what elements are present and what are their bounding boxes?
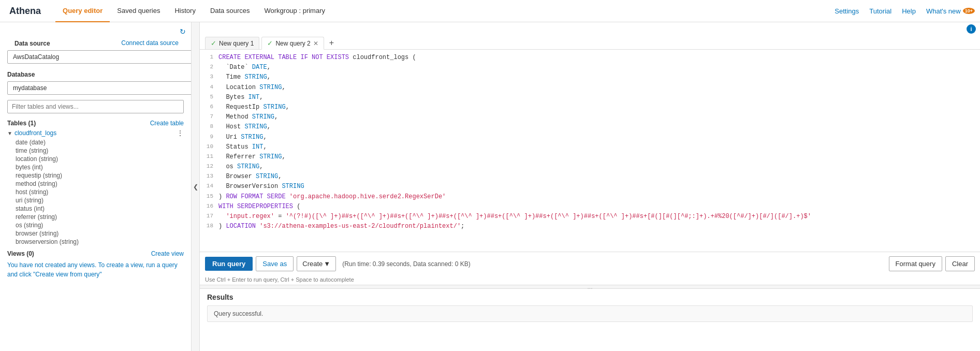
filter-tables-input[interactable] bbox=[7, 100, 184, 113]
code-line: 9 Uri STRING, bbox=[200, 133, 980, 142]
right-panel: i ✓ New query 1 ✓ New query 2 ✕ + 1 CREA… bbox=[200, 22, 980, 351]
connect-data-source-link[interactable]: Connect data source bbox=[121, 39, 184, 47]
editor-section: 1 CREATE EXTERNAL TABLE IF NOT EXISTS cl… bbox=[200, 50, 980, 285]
datasource-row: Data source Connect data source bbox=[0, 38, 191, 48]
code-line: 7 Method STRING, bbox=[200, 112, 980, 122]
whats-new-label: What's new bbox=[926, 7, 961, 15]
sidebar: ↻ Data source Connect data source AwsDat… bbox=[0, 22, 192, 351]
create-chevron-icon: ▼ bbox=[324, 260, 330, 268]
query-tab-2-label: New query 2 bbox=[275, 40, 310, 47]
database-select[interactable]: mydatabase bbox=[7, 81, 192, 95]
code-line: 3 Time STRING, bbox=[200, 72, 980, 82]
table-options-icon[interactable]: ⋮ bbox=[177, 129, 184, 137]
format-query-button[interactable]: Format query bbox=[889, 256, 942, 271]
field-list: date (date) time (string) location (stri… bbox=[0, 138, 191, 246]
save-as-button[interactable]: Save as bbox=[256, 256, 294, 271]
create-button[interactable]: Create ▼ bbox=[297, 256, 336, 271]
query-tab-1-label: New query 1 bbox=[219, 40, 254, 47]
create-view-link[interactable]: Create view bbox=[151, 250, 184, 257]
nav-item-data-sources[interactable]: Data sources bbox=[203, 0, 257, 22]
help-link[interactable]: Help bbox=[902, 7, 916, 15]
nav-right: Settings Tutorial Help What's new 10+ bbox=[835, 7, 975, 15]
whats-new-badge: 10+ bbox=[963, 8, 975, 14]
field-item: requestip (string) bbox=[0, 171, 191, 180]
views-title: Views (0) bbox=[7, 250, 34, 257]
tables-header: Tables (1) Create table bbox=[0, 116, 191, 128]
refresh-icon[interactable]: ↻ bbox=[180, 27, 186, 36]
code-line: 17 'input.regex' = '^(?!#)([\^ ]+)##s+([… bbox=[200, 212, 980, 222]
refresh-row: ↻ bbox=[0, 26, 191, 38]
whats-new-link[interactable]: What's new 10+ bbox=[926, 7, 975, 15]
code-line: 10 Status INT, bbox=[200, 142, 980, 152]
field-item: method (string) bbox=[0, 180, 191, 188]
results-panel: Results Query successful. bbox=[200, 289, 980, 351]
code-line: 18 ) LOCATION 's3://athena-examples-us-e… bbox=[200, 222, 980, 231]
query-tabs: ✓ New query 1 ✓ New query 2 ✕ + bbox=[200, 34, 980, 50]
nav-item-saved-queries[interactable]: Saved queries bbox=[110, 0, 167, 22]
main-layout: ↻ Data source Connect data source AwsDat… bbox=[0, 22, 980, 351]
code-line: 4 Location STRING, bbox=[200, 83, 980, 93]
tab-check-icon-1: ✓ bbox=[211, 39, 216, 47]
datasource-select[interactable]: AwsDataCatalog bbox=[7, 50, 192, 64]
datasource-label: Data source bbox=[7, 38, 57, 48]
run-query-button[interactable]: Run query bbox=[205, 257, 253, 271]
editor-toolbar: Run query Save as Create ▼ (Run time: 0.… bbox=[200, 252, 980, 275]
code-line: 1 CREATE EXTERNAL TABLE IF NOT EXISTS cl… bbox=[200, 53, 980, 63]
code-editor[interactable]: 1 CREATE EXTERNAL TABLE IF NOT EXISTS cl… bbox=[200, 50, 980, 252]
field-item: location (string) bbox=[0, 155, 191, 163]
run-info: (Run time: 0.39 seconds, Data scanned: 0… bbox=[342, 260, 470, 268]
tab-check-icon-2: ✓ bbox=[267, 39, 273, 47]
create-button-label: Create bbox=[302, 260, 323, 268]
table-name[interactable]: cloudfront_logs bbox=[14, 129, 56, 137]
code-line: 2 `Date` DATE, bbox=[200, 63, 980, 72]
info-icon[interactable]: i bbox=[967, 24, 976, 34]
tree-arrow-icon: ▼ bbox=[7, 130, 12, 136]
field-item: os (string) bbox=[0, 221, 191, 229]
code-line: 15 ) ROW FORMAT SERDE 'org.apache.hadoop… bbox=[200, 192, 980, 202]
nav-items: Query editor Saved queries History Data … bbox=[55, 0, 835, 22]
code-line: 13 Browser STRING, bbox=[200, 172, 980, 182]
field-item: referrer (string) bbox=[0, 213, 191, 221]
code-line: 11 Referrer STRING, bbox=[200, 152, 980, 162]
query-tab-1[interactable]: ✓ New query 1 bbox=[205, 37, 259, 49]
info-bar: i bbox=[200, 22, 980, 34]
views-header: Views (0) Create view bbox=[0, 246, 191, 258]
add-tab-button[interactable]: + bbox=[326, 37, 337, 49]
results-success-message: Query successful. bbox=[207, 305, 973, 322]
sidebar-collapse-handle[interactable]: ❮ bbox=[192, 22, 200, 351]
code-line: 6 RequestIp STRING, bbox=[200, 103, 980, 112]
nav-item-workgroup[interactable]: Workgroup : primary bbox=[257, 0, 332, 22]
code-line: 8 Host STRING, bbox=[200, 122, 980, 132]
code-line: 5 Bytes INT, bbox=[200, 93, 980, 103]
tables-title: Tables (1) bbox=[7, 120, 36, 127]
field-item: host (string) bbox=[0, 188, 191, 196]
table-tree-item[interactable]: ▼ cloudfront_logs ⋮ bbox=[0, 128, 191, 138]
query-tab-2[interactable]: ✓ New query 2 ✕ bbox=[261, 37, 324, 50]
field-item: date (date) bbox=[0, 138, 191, 147]
field-item: browser (string) bbox=[0, 229, 191, 238]
nav-item-history[interactable]: History bbox=[167, 0, 202, 22]
no-views-text: You have not created any views. To creat… bbox=[0, 258, 191, 281]
code-line: 14 BrowserVersion STRING bbox=[200, 182, 980, 192]
code-line: 12 os STRING, bbox=[200, 162, 980, 172]
field-item: bytes (int) bbox=[0, 163, 191, 171]
tab-close-icon[interactable]: ✕ bbox=[313, 40, 318, 47]
nav-item-query-editor[interactable]: Query editor bbox=[55, 0, 110, 22]
results-title: Results bbox=[207, 293, 973, 301]
create-view-from-query-link[interactable]: "Create view from query" bbox=[33, 271, 102, 278]
app-logo: Athena bbox=[5, 6, 45, 17]
database-label: Database bbox=[0, 69, 191, 79]
field-item: browserversion (string) bbox=[0, 238, 191, 246]
clear-button[interactable]: Clear bbox=[945, 256, 975, 271]
field-item: uri (string) bbox=[0, 196, 191, 204]
settings-link[interactable]: Settings bbox=[835, 7, 859, 15]
splitter[interactable]: ... bbox=[200, 285, 980, 289]
create-table-link[interactable]: Create table bbox=[150, 120, 184, 127]
field-item: status (int) bbox=[0, 204, 191, 213]
top-nav: Athena Query editor Saved queries Histor… bbox=[0, 0, 980, 22]
field-item: time (string) bbox=[0, 147, 191, 155]
tutorial-link[interactable]: Tutorial bbox=[869, 7, 891, 15]
code-line: 16 WITH SERDEPROPERTIES ( bbox=[200, 202, 980, 212]
